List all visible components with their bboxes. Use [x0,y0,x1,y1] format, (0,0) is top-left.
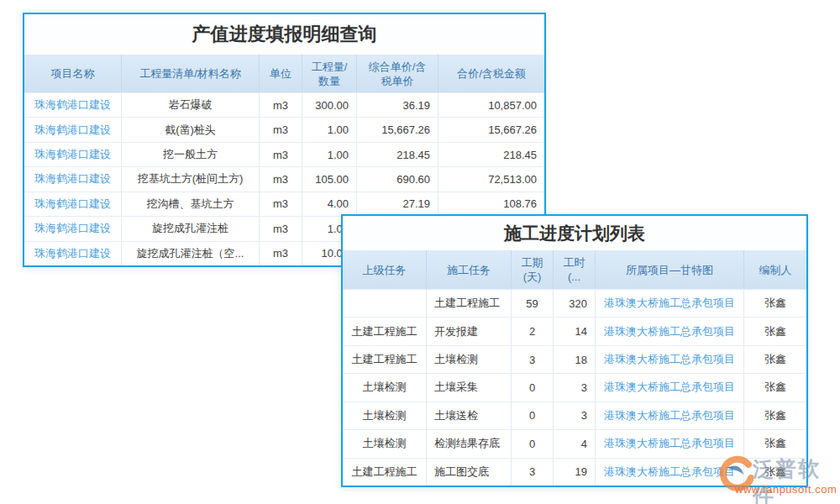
column-header-project: 项目名称 [24,55,122,92]
unit-cell: m3 [260,143,302,166]
project-link[interactable]: 珠海鹤港口建设 [34,197,111,212]
duration-cell: 2 [512,318,554,344]
table-header-row: 上级任务 施工任务 工期(天) 工时(... 所属项目—甘特图 编制人 [343,250,806,289]
fanpu-url-text: www.fanpusoft.com [735,483,837,496]
schedule-title: 施工进度计划列表 [343,216,806,250]
table-row: 土壤检测 检测结果存底 0 4 港珠澳大桥施工总承包项目 张鑫 [343,429,806,457]
parent-task-cell: 土壤检测 [343,402,427,429]
column-header-parent-task: 上级任务 [343,250,427,289]
item-name-cell: 挖基坑土方(桩间土方) [122,167,260,191]
table-row: 珠海鹤港口建设 截(凿)桩头 m3 1.00 15,667.26 15,667.… [24,117,544,141]
task-cell: 土建工程施工 [427,290,512,317]
item-name-cell: 旋挖成孔灌注桩（空... [122,242,260,265]
unit-cell: m3 [260,93,302,117]
unit-price-cell: 690.60 [357,167,438,191]
author-cell: 张鑫 [744,346,806,373]
construction-schedule-card: 施工进度计划列表 上级任务 施工任务 工期(天) 工时(... 所属项目—甘特图… [341,214,808,487]
hours-cell: 3 [554,374,596,401]
project-link[interactable]: 珠海鹤港口建设 [34,221,111,236]
project-gantt-link[interactable]: 港珠澳大桥施工总承包项目 [604,436,735,451]
project-link[interactable]: 珠海鹤港口建设 [34,147,111,162]
table-row: 土壤检测 土壤采集 0 3 港珠澳大桥施工总承包项目 张鑫 [343,373,806,401]
quantity-cell: 1.00 [302,118,357,141]
quantity-cell: 4.00 [302,192,357,216]
item-name-cell: 旋挖成孔灌注桩 [122,217,260,240]
project-gantt-link[interactable]: 港珠澳大桥施工总承包项目 [604,324,735,339]
task-cell: 土壤采集 [427,374,512,401]
table-row: 土壤检测 土壤送检 0 3 港珠澳大桥施工总承包项目 张鑫 [343,402,806,429]
column-header-hours: 工时(... [554,250,596,289]
unit-cell: m3 [260,167,302,191]
parent-task-cell [343,290,427,317]
unit-cell: m3 [260,217,302,240]
table-row: 土建工程施工 土壤检测 3 18 港珠澳大桥施工总承包项目 张鑫 [343,345,806,373]
duration-cell: 3 [512,459,554,486]
hours-cell: 19 [554,459,596,486]
project-link[interactable]: 珠海鹤港口建设 [34,246,111,261]
total-cell: 10,857.00 [438,93,544,117]
table-row: 珠海鹤港口建设 挖一般土方 m3 1.00 218.45 218.45 [24,142,544,166]
duration-cell: 3 [512,346,554,373]
total-cell: 72,513.00 [438,167,544,191]
column-header-item: 工程量清单/材料名称 [122,55,260,92]
project-link[interactable]: 珠海鹤港口建设 [34,97,111,113]
table-row: 珠海鹤港口建设 挖基坑土方(桩间土方) m3 105.00 690.60 72,… [24,166,544,191]
item-name-cell: 挖一般土方 [122,143,260,166]
task-cell: 开发报建 [427,318,512,344]
table-row: 珠海鹤港口建设 岩石爆破 m3 300.00 36.19 10,857.00 [24,92,544,117]
hours-cell: 4 [554,430,596,457]
project-gantt-link[interactable]: 港珠澳大桥施工总承包项目 [604,296,735,311]
author-cell: 张鑫 [744,430,806,457]
hours-cell: 14 [554,318,596,344]
parent-task-cell: 土建工程施工 [343,346,427,373]
item-name-cell: 截(凿)桩头 [122,118,260,141]
page-title: 产值进度填报明细查询 [24,14,544,55]
duration-cell: 0 [512,430,554,457]
column-header-task: 施工任务 [427,250,512,289]
author-cell: 张鑫 [744,318,806,344]
author-cell: 张鑫 [744,374,806,401]
table-header-row: 项目名称 工程量清单/材料名称 单位 工程量/数量 综合单价/含税单价 合价/含… [24,55,544,92]
project-gantt-link[interactable]: 港珠澳大桥施工总承包项目 [604,380,735,395]
total-cell: 108.76 [438,192,544,216]
fanpu-brand-text: 泛普软件 [753,455,840,504]
duration-cell: 0 [512,402,554,429]
table-row: 土建工程施工 开发报建 2 14 港珠澳大桥施工总承包项目 张鑫 [343,317,806,344]
task-cell: 土壤检测 [427,346,512,373]
column-header-unit: 单位 [260,55,302,92]
duration-cell: 0 [512,374,554,401]
project-gantt-link[interactable]: 港珠澳大桥施工总承包项目 [604,352,735,367]
column-header-total: 合价/含税金额 [438,55,544,92]
unit-cell: m3 [260,118,302,141]
duration-cell: 59 [512,290,554,317]
project-link[interactable]: 珠海鹤港口建设 [34,171,111,186]
author-cell: 张鑫 [744,402,806,429]
parent-task-cell: 土壤检测 [343,430,427,457]
project-gantt-link[interactable]: 港珠澳大桥施工总承包项目 [604,408,735,423]
task-cell: 土壤送检 [427,402,512,429]
unit-cell: m3 [260,242,302,265]
unit-price-cell: 15,667.26 [357,118,438,141]
hours-cell: 3 [554,402,596,429]
parent-task-cell: 土建工程施工 [343,318,427,344]
fanpu-watermark: 泛普软件 www.fanpusoft.com [715,455,840,499]
parent-task-cell: 土建工程施工 [343,459,427,486]
column-header-author: 编制人 [744,250,806,289]
table-row: 珠海鹤港口建设 挖沟槽、基坑土方 m3 4.00 27.19 108.76 [24,192,544,216]
total-cell: 15,667.26 [438,118,544,141]
unit-cell: m3 [260,192,302,216]
unit-price-cell: 27.19 [357,192,438,216]
project-link[interactable]: 珠海鹤港口建设 [34,123,111,138]
parent-task-cell: 土壤检测 [343,374,427,401]
quantity-cell: 300.00 [302,93,357,117]
column-header-project-gantt: 所属项目—甘特图 [596,250,744,289]
column-header-unit-price: 综合单价/含税单价 [357,55,438,92]
item-name-cell: 挖沟槽、基坑土方 [122,192,260,216]
hours-cell: 320 [554,290,596,317]
task-cell: 施工图交底 [427,459,512,486]
table-row: 土建工程施工 59 320 港珠澳大桥施工总承包项目 张鑫 [343,289,806,317]
quantity-cell: 1.00 [302,143,357,166]
item-name-cell: 岩石爆破 [122,93,260,117]
hours-cell: 18 [554,346,596,373]
unit-price-cell: 218.45 [357,143,438,166]
